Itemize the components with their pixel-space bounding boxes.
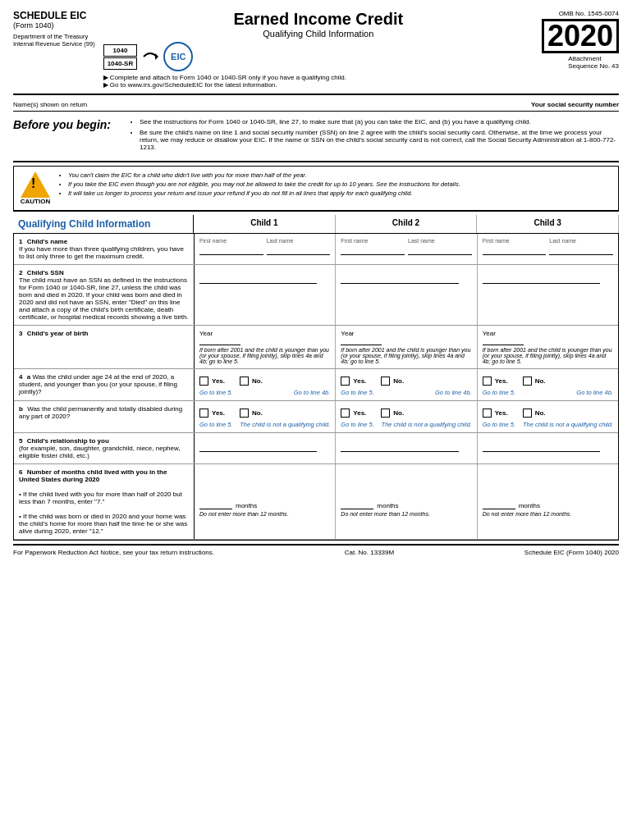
child2-year-row: Year If born after 2001 and the child is… [341,330,471,364]
child2-4a-goto: Go to line 5. Go to line 4b. [341,389,471,396]
child2-year-input[interactable] [341,337,382,345]
child3-4a-no-checkbox[interactable] [523,377,532,386]
child1-last-name-input[interactable] [267,244,331,255]
name-row: Name(s) shown on return Your social secu… [13,98,619,112]
child3-ssn-input[interactable] [483,276,600,284]
child2-4a-no-checkbox[interactable] [381,377,390,386]
section-header-label: Qualifying Child Information [13,215,194,233]
row4a-label: 4 a Was the child under age 24 at the en… [14,369,195,400]
row2-ssn: 2 Child's SSN The child must have an SSN… [14,265,618,326]
dept2: Internal Revenue Service (99) [13,40,95,48]
child2-4b-yes-checkbox[interactable] [341,409,350,418]
header-right: OMB No. 1545-0074 2020 Attachment Sequen… [542,10,619,70]
eic-badge: EIC [163,42,193,71]
row4b-label: b Was the child permanently and totally … [14,401,195,432]
before-begin-bullet1: See the instructions for Form 1040 or 10… [140,118,619,126]
row4a-child1: Yes. No. Go to line 5. Go to line 4b. [195,369,336,400]
child2-last-name-input[interactable] [408,244,472,255]
ssn-label: Your social security number [531,101,619,108]
child2-relationship-input[interactable] [341,444,458,452]
child3-relationship-input[interactable] [483,444,600,452]
row6-child1: months Do not enter more than 12 months. [195,464,336,539]
child1-first-name: First name [199,238,263,255]
form-icon-1040sr: 1040-SR [103,57,138,70]
row5-child3 [478,433,618,463]
row3-child1: Year If born after 2001 and the child is… [195,326,336,368]
row2-label: 2 Child's SSN The child must have an SSN… [14,265,195,325]
child3-first-name-input[interactable] [483,244,547,255]
footer-center: Cat. No. 13339M [345,549,394,556]
row6-child3: months Do not enter more than 12 months. [478,464,618,539]
child2-4a-goto-yes: Go to line 5. [341,389,373,396]
row6-label: 6 Number of months child lived with you … [14,464,195,539]
main-grid: 1 Child's name If you have more than thr… [13,234,619,541]
child3-year-subtext: If born after 2001 and the child is youn… [483,347,613,364]
omb-number: OMB No. 1545-0074 [559,10,619,17]
child1-4a-goto: Go to line 5. Go to line 4b. [199,389,330,396]
child2-4b-no-checkbox[interactable] [381,409,390,418]
child1-ssn-input[interactable] [199,276,317,284]
sub-title: Qualifying Child Information [103,29,534,39]
child1-4a-yes-checkbox[interactable] [199,377,208,386]
child3-4b-no-qualify: The child is not a qualifying child. [523,421,613,428]
child1-months-area: months Do not enter more than 12 months. [199,501,330,517]
caution-bullet2: If you take the EIC even though you are … [68,180,460,188]
child1-year-input[interactable] [199,337,240,345]
child3-4b-goto-yes: Go to line 5. [483,421,515,428]
child3-year-input[interactable] [483,337,524,345]
row5-relationship: 5 Child's relationship to you (for examp… [14,433,618,464]
row1-child2: First name Last name [336,234,477,264]
child3-4b-no-checkbox[interactable] [523,409,532,418]
schedule-title: SCHEDULE EIC [13,10,95,21]
row5-label: 5 Child's relationship to you (for examp… [14,433,195,463]
caution-box: ! CAUTION You can't claim the EIC for a … [13,166,619,212]
child2-4a-goto-no: Go to line 4b. [435,389,472,396]
row1-name: 1 Child's name If you have more than thr… [14,234,618,265]
row2-child2 [336,265,477,325]
before-begin-content: See the instructions for Form 1040 or 10… [128,118,619,154]
child2-4b-yes-area: Yes. No. [341,409,471,418]
dept1: Department of the Treasury [13,33,95,40]
child1-relationship-input[interactable] [199,444,317,452]
form-ref: (Form 1040) [13,21,95,30]
child1-first-name-input[interactable] [199,244,263,255]
caution-icon: ! CAUTION [19,171,52,205]
child2-last-name: Last name [408,238,472,255]
child2-year-subtext: If born after 2001 and the child is youn… [341,347,471,364]
child3-last-name-input[interactable] [549,244,613,255]
row1-label: 1 Child's name If you have more than thr… [14,234,195,264]
row3-birthyear: 3 Child's year of birth Year If born aft… [14,326,618,369]
row4b-child3: Yes. No. Go to line 5. The child is not … [478,401,618,432]
row2-child3 [478,265,618,325]
dept-info: Department of the Treasury Internal Reve… [13,33,95,48]
child2-first-name-input[interactable] [341,244,405,255]
row4b-child2: Yes. No. Go to line 5. The child is not … [336,401,477,432]
header-left: SCHEDULE EIC (Form 1040) Department of t… [13,10,95,48]
footer-left: For Paperwork Reduction Act Notice, see … [13,549,214,556]
svg-marker-0 [155,53,158,60]
child2-months-input[interactable] [341,501,373,509]
arrow-icon [140,47,160,66]
footer-right: Schedule EIC (Form 1040) 2020 [524,549,619,556]
child1-4a-goto-no: Go to line 4b. [294,389,331,396]
child1-4b-no-checkbox[interactable] [240,409,249,418]
row3-label: 3 Child's year of birth [14,326,195,368]
child1-4b-yes-checkbox[interactable] [199,409,208,418]
child3-4b-goto: Go to line 5. The child is not a qualify… [483,421,613,428]
child1-4a-yes-area: Yes. No. [199,377,330,386]
child1-4b-goto-yes: Go to line 5. [199,421,232,428]
child2-ssn-input[interactable] [341,276,458,284]
child3-4b-yes-checkbox[interactable] [483,409,492,418]
child2-4a-yes-checkbox[interactable] [341,377,350,386]
form-icon-1040: 1040 [103,44,138,57]
row3-child3: Year If born after 2001 and the child is… [478,326,618,368]
child1-months-input[interactable] [199,501,232,509]
child3-4a-yes-area: Yes. No. [483,377,613,386]
child1-4a-no-checkbox[interactable] [240,377,249,386]
child3-4a-yes-checkbox[interactable] [483,377,492,386]
main-title: Earned Income Credit [103,10,534,29]
child1-months-subtext: Do not enter more than 12 months. [199,511,330,517]
child3-months-input[interactable] [483,501,515,509]
row4a: 4 a Was the child under age 24 at the en… [14,369,618,401]
child3-year-row: Year If born after 2001 and the child is… [483,330,613,364]
